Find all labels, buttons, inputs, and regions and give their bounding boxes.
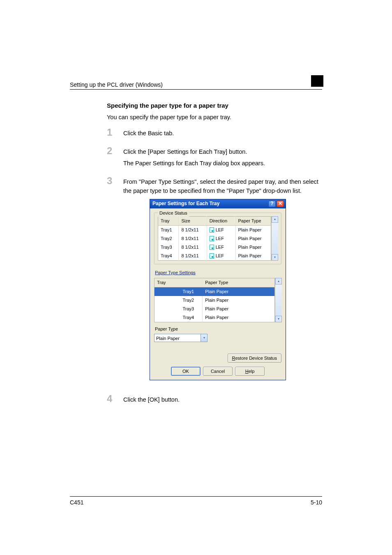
step-number: 2 bbox=[107, 146, 123, 171]
step-text: Click the [OK] button. bbox=[123, 395, 180, 404]
help-icon[interactable]: ? bbox=[268, 201, 276, 207]
footer-page-number: 5-10 bbox=[311, 499, 322, 506]
chapter-number: 5 bbox=[315, 74, 322, 88]
page-footer: C451 5-10 bbox=[70, 496, 322, 506]
paper-type-dropdown[interactable]: Plain Paper ▾ bbox=[154, 334, 208, 342]
help-button[interactable]: Help bbox=[235, 367, 265, 376]
page-header: Setting up the PCL driver (Windows) 5 bbox=[70, 74, 322, 90]
dialog-titlebar[interactable]: Paper Settings for Each Tray ? ✕ bbox=[150, 199, 286, 208]
scroll-track[interactable] bbox=[275, 284, 282, 316]
step-text: The Paper Settings for Each Tray dialog … bbox=[123, 159, 265, 168]
step-number: 4 bbox=[107, 394, 123, 407]
step-number: 3 bbox=[107, 176, 123, 389]
dialog-title-text: Paper Settings for Each Tray bbox=[152, 200, 268, 208]
table-row[interactable]: Tray4Plain Paper bbox=[154, 313, 275, 322]
paper-type-label: Paper Type bbox=[155, 326, 281, 333]
ok-button[interactable]: OK bbox=[171, 367, 201, 376]
subheading: Specifying the paper type for a paper tr… bbox=[107, 102, 322, 109]
cancel-button[interactable]: Cancel bbox=[203, 367, 233, 376]
table-row[interactable]: Tray28 1/2x11LEFPlain Paper bbox=[158, 234, 271, 243]
table-row[interactable]: Tray18 1/2x11LEFPlain Paper bbox=[158, 225, 271, 234]
device-status-group: Device Status Tray Size Direction Paper … bbox=[154, 213, 281, 264]
vertical-scrollbar[interactable]: ▴ ▾ bbox=[275, 278, 281, 322]
col-size[interactable]: Size bbox=[179, 216, 207, 225]
step-text: From "Paper Type Settings", select the d… bbox=[123, 177, 322, 196]
restore-device-status-button[interactable]: Restore Device Status bbox=[228, 354, 281, 363]
table-row[interactable]: Tray38 1/2x11LEFPlain Paper bbox=[158, 243, 271, 252]
chevron-down-icon[interactable]: ▾ bbox=[201, 334, 208, 342]
vertical-scrollbar[interactable]: ▴ ▾ bbox=[271, 216, 278, 261]
close-icon[interactable]: ✕ bbox=[277, 201, 284, 207]
col-paper-type[interactable]: Paper Type bbox=[235, 216, 271, 225]
col-paper-type[interactable]: Paper Type bbox=[203, 278, 275, 287]
direction-icon bbox=[210, 253, 214, 259]
group-legend: Device Status bbox=[158, 210, 189, 217]
device-status-table: Tray Size Direction Paper Type Tray18 1/… bbox=[158, 216, 271, 261]
paper-type-settings-link[interactable]: Paper Type Settings bbox=[154, 268, 281, 278]
scroll-down-icon[interactable]: ▾ bbox=[275, 316, 282, 322]
scroll-track[interactable] bbox=[272, 223, 278, 254]
col-tray[interactable]: Tray bbox=[154, 278, 203, 287]
step-text: Click the Basic tab. bbox=[123, 129, 174, 138]
scroll-up-icon[interactable]: ▴ bbox=[272, 216, 278, 223]
chapter-marker: 5 bbox=[311, 74, 322, 88]
col-tray[interactable]: Tray bbox=[158, 216, 179, 225]
footer-model: C451 bbox=[70, 499, 83, 506]
scroll-down-icon[interactable]: ▾ bbox=[272, 254, 278, 261]
table-row[interactable]: Tray2Plain Paper bbox=[154, 296, 275, 305]
dropdown-value: Plain Paper bbox=[154, 334, 201, 342]
col-direction[interactable]: Direction bbox=[207, 216, 235, 225]
scroll-up-icon[interactable]: ▴ bbox=[275, 278, 282, 284]
direction-icon bbox=[210, 245, 214, 250]
table-row[interactable]: Tray3Plain Paper bbox=[154, 305, 275, 313]
direction-icon bbox=[210, 236, 214, 241]
step-number: 1 bbox=[107, 127, 123, 140]
paper-settings-dialog: Paper Settings for Each Tray ? ✕ Device … bbox=[150, 199, 286, 381]
intro-text: You can specify the paper type for a pap… bbox=[107, 113, 322, 121]
table-row[interactable]: Tray1Plain Paper bbox=[154, 287, 275, 296]
step-text: Click the [Paper Settings for Each Tray]… bbox=[123, 147, 265, 156]
paper-type-settings-table: Tray Paper Type Tray1Plain Paper Tray2Pl… bbox=[154, 278, 275, 322]
direction-icon bbox=[210, 227, 214, 233]
table-row[interactable]: Tray48 1/2x11LEFPlain Paper bbox=[158, 252, 271, 261]
section-title: Setting up the PCL driver (Windows) bbox=[70, 81, 163, 88]
